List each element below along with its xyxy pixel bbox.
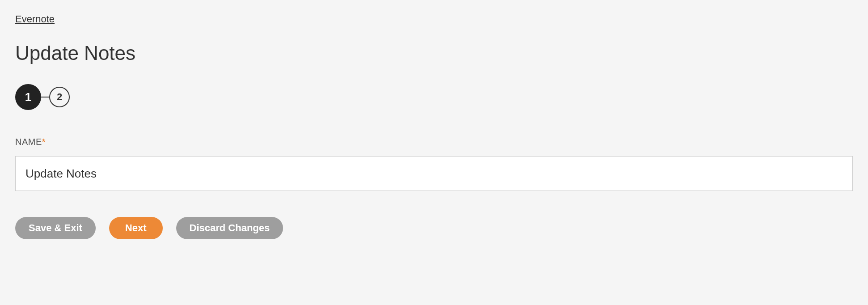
stepper: 1 2 bbox=[15, 84, 853, 110]
step-1[interactable]: 1 bbox=[15, 84, 41, 110]
breadcrumb: Evernote bbox=[15, 13, 853, 25]
breadcrumb-parent-link[interactable]: Evernote bbox=[15, 13, 55, 25]
next-button[interactable]: Next bbox=[109, 217, 163, 239]
step-connector bbox=[41, 97, 49, 97]
name-label-text: NAME bbox=[15, 137, 42, 147]
page-title: Update Notes bbox=[15, 42, 853, 64]
name-input[interactable] bbox=[15, 156, 853, 191]
step-2[interactable]: 2 bbox=[49, 87, 70, 107]
name-label: NAME* bbox=[15, 137, 853, 147]
discard-changes-button[interactable]: Discard Changes bbox=[176, 217, 284, 239]
save-exit-button[interactable]: Save & Exit bbox=[15, 217, 96, 239]
required-asterisk: * bbox=[42, 137, 46, 147]
button-row: Save & Exit Next Discard Changes bbox=[15, 217, 853, 239]
form-group-name: NAME* bbox=[15, 137, 853, 191]
